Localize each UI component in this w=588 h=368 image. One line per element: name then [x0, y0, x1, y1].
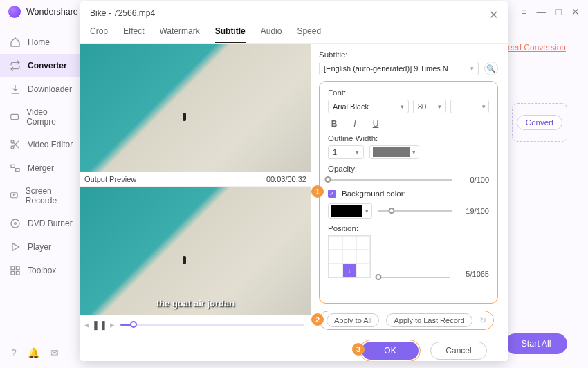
- preview-column: Output Preview 00:03/00:32 the goat air …: [80, 44, 311, 361]
- tab-effect[interactable]: Effect: [123, 24, 144, 43]
- apply-to-last-button[interactable]: Apply to Last Record: [386, 313, 472, 327]
- scissors-icon: [10, 139, 21, 150]
- mail-icon[interactable]: ✉: [50, 347, 59, 358]
- promo-link[interactable]: Speed Conversion: [497, 43, 566, 53]
- tab-crop[interactable]: Crop: [90, 24, 108, 43]
- font-panel: 1 Font: Arial Black▾ 80▾ ▾ B I U Outline…: [319, 81, 498, 304]
- bold-button[interactable]: B: [328, 119, 340, 129]
- underline-button[interactable]: U: [369, 119, 382, 129]
- output-preview-label: Output Preview: [84, 175, 136, 183]
- sidebar-item-downloader[interactable]: Downloader: [0, 77, 83, 101]
- home-icon: [10, 37, 21, 48]
- sidebar-item-player[interactable]: Player: [0, 235, 83, 259]
- subtitle-label: Subtitle:: [319, 50, 498, 59]
- bg-opacity-slider[interactable]: [378, 210, 452, 212]
- svg-rect-14: [11, 271, 15, 275]
- ok-button[interactable]: OK: [362, 342, 419, 360]
- start-all-button[interactable]: Start All: [505, 333, 567, 354]
- menu-icon[interactable]: ≡: [521, 6, 526, 17]
- maximize-icon[interactable]: □: [556, 6, 562, 17]
- next-icon[interactable]: ▸: [110, 320, 115, 330]
- opacity-label: Opacity:: [328, 165, 489, 173]
- subtitle-editor-modal: Bike - 72566.mp4 ✕ Crop Effect Watermark…: [80, 1, 508, 361]
- position-label: Position:: [328, 224, 489, 232]
- svg-point-8: [13, 194, 15, 196]
- play-icon: [10, 241, 21, 252]
- app-logo: [8, 6, 21, 18]
- disc-icon: [10, 218, 21, 229]
- app-title: Wondershare U: [26, 7, 86, 17]
- bg-color-select[interactable]: ▾: [328, 203, 372, 219]
- search-subtitle-icon[interactable]: 🔍: [484, 62, 498, 75]
- sidebar-item-home[interactable]: Home: [0, 30, 83, 54]
- bg-opacity-value: 19/100: [457, 207, 489, 215]
- seek-slider[interactable]: [120, 324, 304, 326]
- font-family-select[interactable]: Arial Black▾: [328, 100, 409, 113]
- font-color-select[interactable]: ▾: [450, 100, 489, 113]
- cancel-button[interactable]: Cancel: [430, 342, 487, 360]
- timecode: 00:03/00:32: [266, 175, 306, 183]
- svg-point-2: [11, 146, 14, 149]
- prev-icon[interactable]: ◂: [84, 320, 89, 330]
- subtitle-preview-text: the goat air jordan: [80, 298, 311, 309]
- position-grid[interactable]: ↓: [328, 235, 371, 278]
- sidebar-item-recorder[interactable]: Screen Recorde: [0, 180, 83, 212]
- help-icon[interactable]: ?: [11, 347, 17, 358]
- converter-icon: [10, 60, 21, 71]
- svg-rect-13: [16, 266, 19, 270]
- svg-rect-12: [11, 266, 15, 270]
- svg-point-9: [11, 219, 19, 228]
- modal-close-icon[interactable]: ✕: [489, 8, 498, 21]
- tab-bar: Crop Effect Watermark Subtitle Audio Spe…: [80, 18, 508, 44]
- reset-icon[interactable]: ↻: [479, 315, 486, 325]
- svg-point-1: [11, 140, 14, 143]
- tab-speed[interactable]: Speed: [297, 24, 321, 43]
- apply-to-all-button[interactable]: Apply to All: [327, 313, 379, 327]
- sidebar: Home Converter Downloader Video Compre V…: [0, 24, 83, 368]
- settings-column: Subtitle: [English (auto-generated)] 9 T…: [311, 44, 508, 361]
- svg-rect-7: [11, 193, 18, 198]
- subtitle-source-select[interactable]: [English (auto-generated)] 9 Times N▾: [319, 62, 479, 75]
- italic-button[interactable]: I: [349, 119, 361, 129]
- minimize-icon[interactable]: —: [537, 6, 546, 17]
- sidebar-item-dvd[interactable]: DVD Burner: [0, 212, 83, 235]
- svg-rect-6: [16, 169, 19, 172]
- pause-icon[interactable]: ❚❚: [92, 320, 107, 330]
- svg-rect-5: [11, 165, 15, 167]
- font-label: Font:: [328, 89, 489, 97]
- position-bottom-center[interactable]: ↓: [342, 264, 356, 277]
- bg-color-checkbox[interactable]: ✓: [328, 190, 336, 198]
- sidebar-item-converter[interactable]: Converter: [0, 54, 83, 77]
- apply-row: 2 Apply to All Apply to Last Record ↻: [319, 311, 494, 330]
- svg-rect-0: [11, 114, 19, 119]
- grid-icon: [10, 265, 21, 276]
- position-value: 5/1065: [457, 270, 489, 278]
- bg-color-label: Background color:: [342, 190, 406, 198]
- annotation-2: 2: [311, 313, 324, 326]
- outline-width-select[interactable]: 1▾: [328, 145, 364, 159]
- output-preview: the goat air jordan: [80, 187, 311, 315]
- annotation-1: 1: [311, 185, 324, 198]
- file-name: Bike - 72566.mp4: [90, 8, 498, 18]
- annotation-3: 3: [352, 343, 365, 356]
- convert-card: Convert: [512, 103, 567, 142]
- font-size-select[interactable]: 80▾: [413, 100, 446, 113]
- convert-button[interactable]: Convert: [517, 115, 562, 130]
- player-controls: ◂ ❚❚ ▸: [80, 315, 311, 334]
- opacity-value: 0/100: [457, 176, 489, 184]
- original-preview: [80, 44, 311, 172]
- close-icon[interactable]: ✕: [571, 6, 580, 17]
- merge-icon: [10, 163, 21, 174]
- tab-audio[interactable]: Audio: [261, 24, 282, 43]
- sidebar-item-editor[interactable]: Video Editor: [0, 133, 83, 156]
- bell-icon[interactable]: 🔔: [28, 347, 39, 358]
- sidebar-item-merger[interactable]: Merger: [0, 156, 83, 180]
- tab-subtitle[interactable]: Subtitle: [215, 24, 246, 43]
- position-slider[interactable]: [378, 277, 450, 278]
- sidebar-item-toolbox[interactable]: Toolbox: [0, 259, 83, 282]
- outline-width-label: Outline Width:: [328, 134, 489, 142]
- opacity-slider[interactable]: [328, 179, 452, 181]
- tab-watermark[interactable]: Watermark: [159, 24, 199, 43]
- sidebar-item-compressor[interactable]: Video Compre: [0, 101, 83, 133]
- outline-color-select[interactable]: ▾: [369, 145, 419, 159]
